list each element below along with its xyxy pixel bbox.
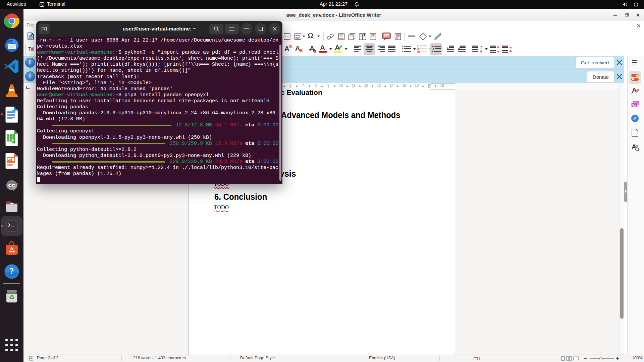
svg-text:♻: ♻	[9, 294, 14, 301]
svg-text:?: ?	[9, 266, 14, 276]
